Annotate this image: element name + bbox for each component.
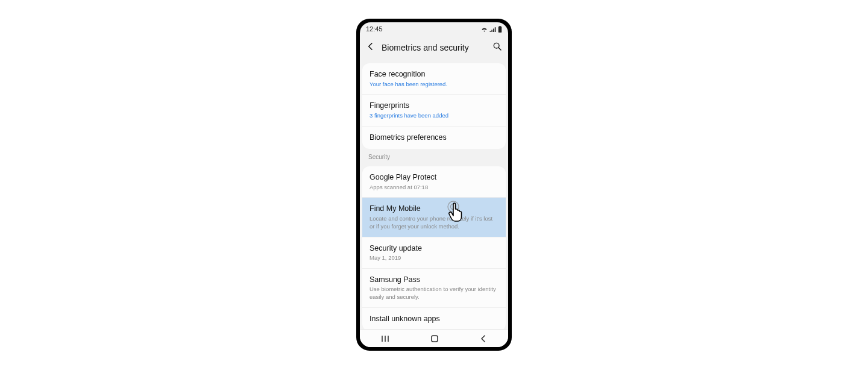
row-biometrics-prefs[interactable]: Biometrics preferences (362, 127, 506, 149)
home-icon[interactable] (430, 334, 439, 343)
phone-screen: 12:45 Biometrics and security (360, 22, 508, 347)
battery-icon (498, 26, 502, 33)
svg-line-3 (498, 48, 501, 50)
row-subtitle: Use biometric authentication to verify y… (370, 286, 498, 301)
nav-back-icon[interactable] (479, 334, 488, 343)
recents-icon[interactable] (380, 334, 390, 343)
svg-rect-7 (432, 336, 438, 342)
row-title: Biometrics preferences (370, 133, 498, 143)
row-title: Face recognition (370, 69, 498, 80)
row-fingerprints[interactable]: Fingerprints 3 fingerprints have been ad… (362, 95, 506, 126)
search-icon[interactable] (492, 42, 502, 54)
signal-icon (489, 27, 496, 32)
row-title: Fingerprints (370, 101, 498, 111)
section-header-security: Security (360, 149, 508, 163)
back-icon[interactable] (366, 42, 376, 54)
row-title: Samsung Pass (370, 275, 498, 286)
row-subtitle: 3 fingerprints have been added (370, 112, 498, 120)
row-play-protect[interactable]: Google Play Protect Apps scanned at 07:1… (362, 166, 506, 198)
status-bar: 12:45 (360, 22, 508, 36)
row-subtitle: May 1, 2019 (370, 254, 498, 262)
row-title: Google Play Protect (370, 172, 498, 183)
row-face-recognition[interactable]: Face recognition Your face has been regi… (362, 63, 506, 95)
security-card: Google Play Protect Apps scanned at 07:1… (362, 166, 506, 329)
content: Face recognition Your face has been regi… (360, 60, 508, 329)
status-icons (481, 26, 502, 33)
wifi-icon (481, 27, 488, 32)
page-title: Biometrics and security (382, 43, 486, 52)
row-unknown-apps[interactable]: Install unknown apps (362, 308, 506, 329)
row-title: Find My Mobile (370, 204, 498, 215)
svg-rect-0 (498, 27, 502, 33)
row-find-my-mobile[interactable]: Find My Mobile Locate and contro your ph… (362, 198, 506, 237)
biometrics-card: Face recognition Your face has been regi… (362, 63, 506, 149)
status-time: 12:45 (366, 25, 383, 33)
row-subtitle: Apps scanned at 07:18 (370, 184, 498, 192)
row-security-update[interactable]: Security update May 1, 2019 (362, 237, 506, 269)
row-title: Security update (370, 243, 498, 254)
row-subtitle: Locate and contro your phone remotely if… (370, 215, 498, 231)
row-title: Install unknown apps (370, 314, 498, 325)
phone-frame: 12:45 Biometrics and security (356, 19, 512, 351)
svg-rect-1 (499, 26, 500, 27)
app-bar: Biometrics and security (360, 36, 508, 60)
row-subtitle: Your face has been registered. (370, 81, 498, 89)
nav-bar (360, 329, 508, 347)
row-samsung-pass[interactable]: Samsung Pass Use biometric authenticatio… (362, 269, 506, 308)
